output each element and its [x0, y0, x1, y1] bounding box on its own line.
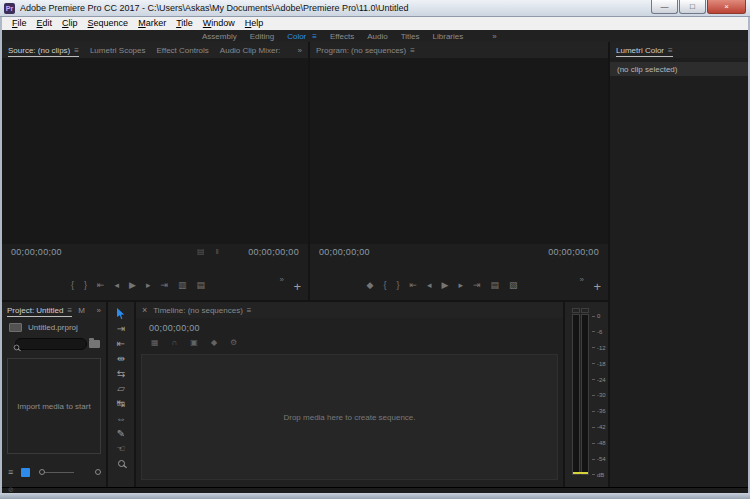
project-search-row — [8, 338, 100, 350]
menu-edit[interactable]: Edit — [32, 17, 58, 30]
razor-tool[interactable]: ▱ — [108, 381, 134, 396]
program-button-editor-button[interactable]: + — [593, 280, 601, 293]
add-marker-icon[interactable]: ◆ — [366, 281, 373, 290]
play-icon[interactable]: ▶ — [129, 281, 136, 290]
menu-file[interactable]: File — [7, 17, 32, 30]
menu-title[interactable]: Title — [171, 17, 198, 30]
rolling-edit-tool[interactable]: ⇹ — [108, 351, 134, 366]
menu-help[interactable]: Help — [240, 17, 269, 30]
step-forward-icon[interactable]: ▸ — [146, 281, 151, 290]
insert-icon[interactable]: ▥ — [178, 281, 187, 290]
hand-tool[interactable]: ☜ — [108, 441, 134, 456]
pen-tool[interactable]: ✎ — [108, 426, 134, 441]
workspace-tab-titles[interactable]: Titles — [401, 32, 420, 41]
tab-program[interactable]: Program: (no sequences) ≡ — [316, 42, 415, 58]
linked-selection-icon[interactable]: ▣ — [190, 339, 198, 347]
lumetri-panel-menu-icon[interactable]: ≡ — [668, 46, 673, 55]
workspace-tab-editing[interactable]: Editing — [250, 32, 274, 41]
mark-out-icon[interactable]: } — [396, 281, 399, 290]
source-panel-menu-icon[interactable]: ≡ — [74, 46, 79, 55]
tab-effect-controls[interactable]: Effect Controls — [157, 42, 209, 58]
tab-media-browser-truncated[interactable]: M — [78, 302, 85, 318]
insert-overwrite-icon[interactable]: ▦ — [151, 339, 159, 347]
rate-stretch-tool[interactable]: ⇆ — [108, 366, 134, 381]
tab-lumetri-scopes[interactable]: Lumetri Scopes — [90, 42, 146, 58]
timeline-drop-zone[interactable]: Drop media here to create sequence. — [141, 354, 558, 480]
new-bin-icon[interactable] — [89, 340, 100, 348]
project-panel-menu-icon[interactable]: ≡ — [67, 306, 72, 315]
slide-tool[interactable]: ⇔ — [108, 411, 134, 426]
go-to-out-icon[interactable]: ⇥ — [473, 281, 481, 290]
workspace-tab-effects[interactable]: Effects — [330, 32, 354, 41]
tab-timeline[interactable]: Timeline: (no sequences) ≡ — [153, 302, 251, 318]
source-button-editor-button[interactable]: + — [293, 280, 301, 293]
timeline-playhead-timecode[interactable]: 00;00;00;00 — [149, 323, 200, 333]
source-more-icon[interactable]: » — [280, 275, 284, 284]
meter-tick-label: dB — [597, 472, 604, 478]
program-viewer[interactable] — [310, 58, 608, 244]
menu-clip[interactable]: Clip — [57, 17, 83, 30]
track-select-forward-tool[interactable]: ⇥ — [108, 321, 134, 336]
ripple-edit-tool[interactable]: ⇤ — [108, 336, 134, 351]
zoom-tool[interactable] — [108, 456, 134, 471]
program-more-icon[interactable]: » — [580, 275, 584, 284]
source-duration-timecode[interactable]: 00;00;00;00 — [248, 247, 299, 257]
program-panel-menu-icon[interactable]: ≡ — [410, 46, 415, 55]
menu-window[interactable]: Window — [198, 17, 240, 30]
list-view-button[interactable]: ≡ — [8, 468, 13, 477]
project-file-row[interactable]: Untitled.prproj — [9, 323, 78, 332]
overwrite-icon[interactable]: ▤ — [197, 281, 206, 290]
extract-icon[interactable]: ▧ — [509, 281, 518, 290]
minimize-button[interactable]: — — [651, 0, 678, 14]
timeline-panel-menu-icon[interactable]: ≡ — [247, 306, 252, 315]
go-to-in-icon[interactable]: ⇤ — [409, 281, 417, 290]
project-search-input[interactable] — [15, 338, 87, 350]
go-to-in-icon[interactable]: ⇤ — [97, 281, 105, 290]
timeline-close-icon[interactable]: × — [142, 306, 147, 315]
timeline-toolbar: ▦∩▣◆⚙ — [151, 339, 237, 347]
source-viewer[interactable] — [2, 58, 308, 244]
program-duration-timecode[interactable]: 00;00;00;00 — [548, 247, 599, 257]
step-forward-icon[interactable]: ▸ — [458, 281, 463, 290]
lift-icon[interactable]: ▤ — [491, 281, 500, 290]
step-back-icon[interactable]: ◂ — [427, 281, 432, 290]
tab-lumetri-color[interactable]: Lumetri Color ≡ — [616, 42, 673, 58]
thumbnail-zoom-slider[interactable] — [42, 472, 74, 473]
step-back-icon[interactable]: ◂ — [115, 281, 120, 290]
workspace-tab-assembly[interactable]: Assembly — [202, 32, 237, 41]
play-icon[interactable]: ▶ — [442, 281, 449, 290]
workspace-tab-color[interactable]: Color — [287, 32, 306, 41]
zoom-in-icon[interactable] — [95, 469, 101, 475]
snap-icon[interactable]: ∩ — [172, 339, 178, 347]
meter-scale: 0-6-12-18-24-30-36-42-48-54dB — [592, 313, 606, 478]
go-to-out-icon[interactable]: ⇥ — [160, 281, 168, 290]
menu-sequence[interactable]: Sequence — [83, 17, 134, 30]
workspace-overflow-icon[interactable]: » — [492, 32, 496, 41]
tab-project[interactable]: Project: Untitled ≡ — [7, 302, 72, 318]
timeline-settings-icon[interactable]: ⚙ — [230, 339, 237, 347]
add-marker-icon[interactable]: ◆ — [211, 339, 217, 347]
close-button[interactable]: × — [707, 0, 746, 14]
mark-out-icon[interactable]: } — [84, 281, 87, 290]
mark-in-icon[interactable]: { — [71, 281, 74, 290]
icon-view-button[interactable] — [21, 468, 30, 477]
selection-tool[interactable] — [108, 306, 134, 321]
workspace-menu-icon[interactable]: ≡ — [312, 32, 317, 41]
source-current-timecode[interactable]: 00;00;00;00 — [11, 247, 62, 257]
maximize-button[interactable]: □ — [679, 0, 706, 14]
slip-tool[interactable]: ↹ — [108, 396, 134, 411]
zoom-slider-handle[interactable] — [39, 469, 45, 475]
zoom-level-icon[interactable]: ▤ — [197, 248, 205, 256]
tab-source-no-clips[interactable]: Source: (no clips)≡ — [8, 42, 79, 58]
tab-audio-clip-mixer[interactable]: Audio Clip Mixer: — [220, 42, 280, 58]
playback-settings-icon[interactable]: ‖ — [216, 248, 219, 256]
mark-in-icon[interactable]: { — [383, 281, 386, 290]
workspace-tab-audio[interactable]: Audio — [367, 32, 387, 41]
workspace-tab-libraries[interactable]: Libraries — [433, 32, 464, 41]
program-current-timecode[interactable]: 00;00;00;00 — [319, 247, 370, 257]
project-import-drop-zone[interactable]: Import media to start — [7, 358, 101, 454]
source-tabs-overflow-icon[interactable]: » — [298, 46, 302, 55]
project-tabs-overflow-icon[interactable]: » — [97, 306, 101, 315]
menu-marker[interactable]: Marker — [133, 17, 171, 30]
meter-tick: -6 — [592, 329, 606, 335]
